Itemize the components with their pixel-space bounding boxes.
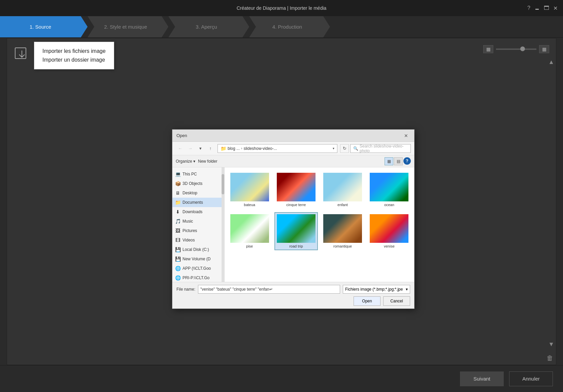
bottom-bar: Suivant Annuler bbox=[0, 365, 563, 392]
open-file-dialog: Open ✕ ← → ▾ ↑ 📁 blog ... › slideshow-vi… bbox=[172, 129, 415, 309]
search-icon: 🔍 bbox=[353, 146, 358, 151]
sidebar-item-videos[interactable]: 🎞 Videos bbox=[172, 235, 224, 245]
sidebar-scrollbar[interactable] bbox=[222, 167, 224, 282]
file-grid: bateua cinque terre enfant ocean bbox=[228, 171, 411, 250]
view-large-icons-btn[interactable]: ▦ bbox=[385, 157, 393, 165]
step-1[interactable]: 1. Source bbox=[0, 16, 88, 37]
this-pc-icon: 💻 bbox=[175, 171, 180, 177]
documents-label: Documents bbox=[183, 200, 203, 205]
dialog-actions-row: Open Cancel bbox=[176, 296, 410, 306]
back-btn[interactable]: ← bbox=[176, 144, 185, 153]
file-label-pise: pise bbox=[246, 244, 253, 248]
filename-label: File name: bbox=[176, 287, 195, 292]
search-bar[interactable]: 🔍 Search slideshow-video-photo bbox=[350, 144, 411, 153]
view-details-btn[interactable]: ▤ bbox=[394, 157, 403, 165]
sidebar-item-downloads[interactable]: ⬇ Downloads bbox=[172, 207, 224, 217]
maximize-button[interactable]: 🗖 bbox=[544, 5, 549, 11]
filetype-chevron: ▾ bbox=[406, 287, 408, 292]
file-item-cinque-terre[interactable]: cinque terre bbox=[274, 171, 318, 209]
file-label-ocean: ocean bbox=[384, 203, 394, 207]
dialog-help-btn[interactable]: ? bbox=[403, 157, 411, 165]
step-3[interactable]: 3. Aperçu bbox=[168, 16, 249, 37]
videos-label: Videos bbox=[183, 238, 195, 242]
sidebar-item-local-disk-c[interactable]: 💾 Local Disk (C:) bbox=[172, 245, 224, 254]
title-bar-controls: ? 🗕 🗖 ✕ bbox=[527, 5, 558, 11]
forward-btn[interactable]: → bbox=[186, 144, 195, 153]
pictures-label: Pictures bbox=[183, 228, 197, 233]
step-1-label: 1. Source bbox=[30, 24, 51, 30]
view-buttons: ▦ ▤ ? bbox=[385, 157, 411, 165]
file-item-ocean[interactable]: ocean bbox=[368, 171, 411, 209]
music-icon: 🎵 bbox=[175, 219, 180, 224]
sidebar-item-this-pc[interactable]: 💻 This PC bbox=[172, 169, 224, 179]
3d-objects-icon: 📦 bbox=[175, 181, 180, 186]
suivant-button[interactable]: Suivant bbox=[460, 371, 504, 386]
pictures-icon: 🖼 bbox=[175, 228, 180, 233]
path-part-2: slideshow-video-... bbox=[243, 146, 277, 151]
file-thumb-cinque-terre bbox=[277, 173, 316, 201]
title-bar: Créateur de Diaporama | Importer le médi… bbox=[0, 0, 563, 16]
file-label-enfant: enfant bbox=[337, 203, 348, 207]
window-title: Créateur de Diaporama | Importer le médi… bbox=[237, 5, 327, 11]
filetype-text: Fichiers image (*.bmp;*.jpg;*.jpe bbox=[345, 287, 403, 292]
new-volume-d-icon: 💾 bbox=[175, 256, 180, 262]
app-clt-label: APP (\\CLT.Goo bbox=[183, 266, 211, 271]
dialog-toolbar: ← → ▾ ↑ 📁 blog ... › slideshow-video-...… bbox=[172, 142, 414, 155]
file-item-romantique[interactable]: romantique bbox=[321, 212, 364, 250]
file-thumb-romantique bbox=[323, 214, 362, 243]
file-label-bateua: bateua bbox=[244, 203, 255, 207]
dialog-open-btn[interactable]: Open bbox=[354, 296, 380, 306]
dialog-title: Open bbox=[176, 133, 402, 138]
filetype-dropdown[interactable]: Fichiers image (*.bmp;*.jpg;*.jpe ▾ bbox=[343, 285, 410, 294]
sidebar-item-desktop[interactable]: 🖥 Desktop bbox=[172, 188, 224, 198]
downloads-icon: ⬇ bbox=[175, 209, 180, 215]
file-label-road-trip: road trip bbox=[289, 244, 303, 248]
dialog-content: bateua cinque terre enfant ocean bbox=[225, 167, 414, 282]
sidebar-scrollbar-thumb[interactable] bbox=[222, 174, 224, 194]
pri-p-clt-icon: 🌐 bbox=[175, 275, 180, 281]
sidebar-item-music[interactable]: 🎵 Music bbox=[172, 217, 224, 226]
sidebar-item-new-volume-d[interactable]: 💾 New Volume (D bbox=[172, 254, 224, 264]
file-thumb-road-trip bbox=[277, 214, 316, 243]
step-3-label: 3. Aperçu bbox=[196, 24, 217, 30]
sidebar-item-pictures[interactable]: 🖼 Pictures bbox=[172, 226, 224, 235]
step-4[interactable]: 4. Production bbox=[249, 16, 330, 37]
search-placeholder: Search slideshow-video-photo bbox=[360, 144, 408, 153]
path-dropdown-chevron[interactable]: ▾ bbox=[333, 146, 334, 150]
organize-bar: Organize ▾ New folder ▦ ▤ ? bbox=[172, 155, 414, 167]
step-4-label: 4. Production bbox=[272, 24, 302, 30]
minimize-button[interactable]: 🗕 bbox=[534, 5, 540, 11]
annuler-button[interactable]: Annuler bbox=[509, 371, 553, 386]
new-folder-btn[interactable]: New folder bbox=[198, 159, 217, 164]
filename-input[interactable] bbox=[198, 285, 340, 294]
step-2[interactable]: 2. Style et musique bbox=[88, 16, 168, 37]
dropdown-btn[interactable]: ▾ bbox=[196, 144, 205, 153]
path-bar: 📁 blog ... › slideshow-video-... ▾ bbox=[218, 144, 337, 153]
sidebar-item-3d-objects[interactable]: 📦 3D Objects bbox=[172, 179, 224, 188]
file-item-road-trip[interactable]: road trip bbox=[274, 212, 318, 250]
file-thumb-bateua bbox=[230, 173, 269, 201]
documents-icon: 📁 bbox=[175, 200, 180, 205]
up-btn[interactable]: ↑ bbox=[206, 144, 215, 153]
refresh-btn[interactable]: ↻ bbox=[340, 144, 349, 153]
organize-btn[interactable]: Organize ▾ bbox=[176, 159, 195, 164]
file-thumb-venise bbox=[370, 214, 408, 243]
file-item-bateua[interactable]: bateua bbox=[228, 171, 271, 209]
dialog-cancel-btn[interactable]: Cancel bbox=[383, 296, 410, 306]
sidebar-item-documents[interactable]: 📁 Documents bbox=[172, 198, 224, 207]
file-thumb-ocean bbox=[370, 173, 408, 201]
file-item-enfant[interactable]: enfant bbox=[321, 171, 364, 209]
sidebar-item-app-clt[interactable]: 🌐 APP (\\CLT.Goo bbox=[172, 264, 224, 273]
music-label: Music bbox=[183, 219, 193, 224]
dialog-close-btn[interactable]: ✕ bbox=[402, 132, 410, 140]
file-thumb-pise bbox=[230, 214, 269, 243]
local-disk-c-icon: 💾 bbox=[175, 247, 180, 252]
sidebar-item-pri-p-clt[interactable]: 🌐 PRI-P.\\CLT.Go bbox=[172, 273, 224, 282]
filename-row: File name: Fichiers image (*.bmp;*.jpg;*… bbox=[176, 285, 410, 294]
close-button[interactable]: ✕ bbox=[553, 5, 558, 11]
dialog-body: 💻 This PC 📦 3D Objects 🖥 Desktop 📁 Docum… bbox=[172, 167, 414, 282]
file-item-pise[interactable]: pise bbox=[228, 212, 271, 250]
help-button[interactable]: ? bbox=[527, 5, 530, 11]
steps-navigation: 1. Source 2. Style et musique 3. Aperçu … bbox=[0, 16, 563, 38]
file-item-venise[interactable]: venise bbox=[368, 212, 411, 250]
